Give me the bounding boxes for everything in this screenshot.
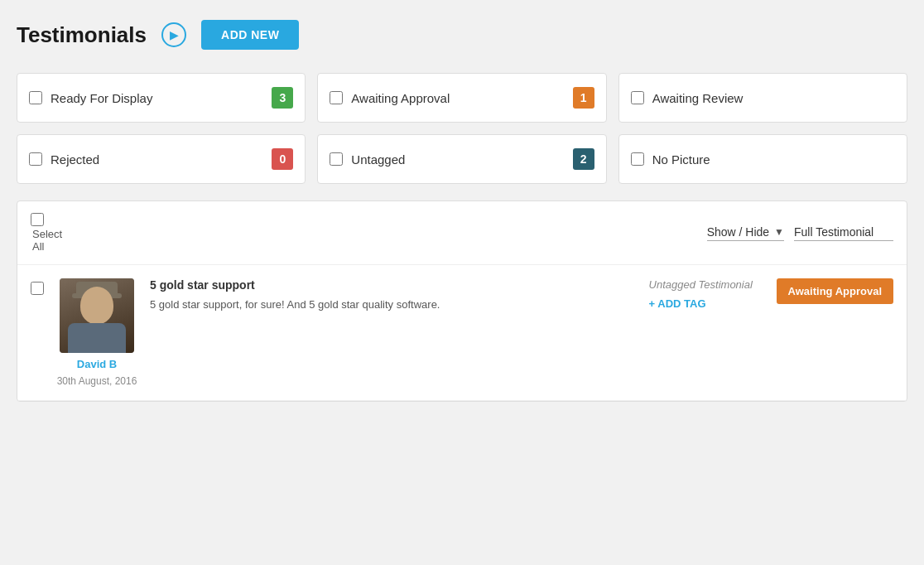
filter-checkbox-untagged[interactable]	[330, 152, 343, 166]
filter-label-awaiting_review: Awaiting Review	[652, 91, 895, 105]
filter-card-no_picture[interactable]: No Picture	[618, 134, 907, 184]
select-label: SelectAll	[32, 228, 62, 253]
testimonial-title: 5 gold star support	[150, 278, 638, 292]
untagged-label: Untagged Testimonial	[649, 278, 753, 291]
filter-checkbox-awaiting_review[interactable]	[631, 91, 644, 104]
page-header: Testimonials ▶ ADD NEW	[17, 20, 907, 50]
testimonial-content: 5 gold star support 5 gold star support,…	[150, 278, 638, 313]
show-hide-label: Show / Hide	[707, 225, 769, 239]
filter-badge-awaiting_approval: 1	[573, 87, 594, 109]
avatar	[60, 278, 134, 353]
status-badge[interactable]: Awaiting Approval	[777, 278, 893, 304]
show-hide-dropdown[interactable]: Show / Hide ▼	[707, 225, 784, 241]
table-row: David B 30th August, 2016 5 gold star su…	[17, 265, 907, 401]
row-checkbox-0	[31, 282, 44, 297]
row-select-checkbox-0[interactable]	[31, 282, 44, 295]
filter-label-awaiting_approval: Awaiting Approval	[351, 91, 564, 105]
add-tag-button[interactable]: + ADD TAG	[649, 297, 706, 310]
add-new-button[interactable]: ADD NEW	[201, 20, 299, 50]
select-all-area: SelectAll	[31, 213, 62, 253]
filter-card-rejected[interactable]: Rejected0	[17, 134, 306, 184]
filter-checkbox-ready[interactable]	[29, 91, 42, 104]
chevron-down-icon: ▼	[774, 226, 784, 238]
filters-grid: Ready For Display3Awaiting Approval1Awai…	[17, 73, 907, 184]
page-title: Testimonials	[17, 22, 147, 48]
filter-label-ready: Ready For Display	[51, 91, 263, 105]
filter-card-untagged[interactable]: Untagged2	[317, 134, 606, 184]
testimonial-text: 5 gold star support, for sure! And 5 gol…	[150, 297, 638, 313]
filter-badge-untagged: 2	[573, 148, 594, 170]
filter-label-rejected: Rejected	[51, 152, 263, 167]
filter-card-awaiting_review[interactable]: Awaiting Review	[618, 73, 907, 123]
table-header: SelectAll Show / Hide ▼ Full Testimonial	[17, 201, 907, 265]
filter-card-ready[interactable]: Ready For Display3	[17, 73, 306, 123]
full-testimonial-column: Full Testimonial	[794, 225, 893, 241]
play-icon[interactable]: ▶	[161, 22, 186, 47]
author-name[interactable]: David B	[77, 358, 117, 370]
select-all-checkbox[interactable]	[31, 213, 44, 226]
author-date: 30th August, 2016	[57, 375, 137, 387]
filter-label-no_picture: No Picture	[652, 152, 895, 167]
filter-checkbox-no_picture[interactable]	[631, 152, 644, 166]
filter-checkbox-awaiting_approval[interactable]	[330, 91, 343, 104]
filter-label-untagged: Untagged	[351, 152, 564, 167]
author-avatar-area: David B 30th August, 2016	[55, 278, 138, 387]
table-rows: David B 30th August, 2016 5 gold star su…	[17, 265, 907, 401]
testimonials-table: SelectAll Show / Hide ▼ Full Testimonial	[17, 200, 907, 402]
tag-area: Untagged Testimonial + ADD TAG	[649, 278, 765, 310]
filter-badge-ready: 3	[272, 87, 293, 109]
filter-checkbox-rejected[interactable]	[29, 152, 42, 166]
filter-badge-rejected: 0	[272, 148, 293, 170]
filter-card-awaiting_approval[interactable]: Awaiting Approval1	[317, 73, 606, 123]
